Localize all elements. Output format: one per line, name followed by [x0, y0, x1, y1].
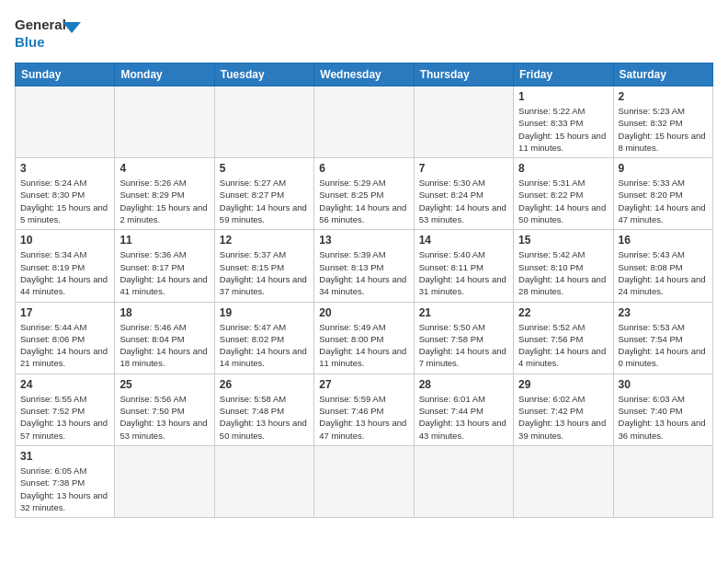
- day-info: Sunrise: 6:01 AM Sunset: 7:44 PM Dayligh…: [419, 393, 508, 442]
- calendar-cell: 3Sunrise: 5:24 AM Sunset: 8:30 PM Daylig…: [16, 158, 115, 230]
- day-number: 1: [518, 90, 608, 103]
- calendar-cell: 12Sunrise: 5:37 AM Sunset: 8:15 PM Dayli…: [214, 230, 313, 302]
- day-info: Sunrise: 5:33 AM Sunset: 8:20 PM Dayligh…: [619, 177, 708, 225]
- day-number: 6: [319, 162, 408, 175]
- day-number: 22: [518, 306, 608, 319]
- day-info: Sunrise: 5:34 AM Sunset: 8:19 PM Dayligh…: [20, 248, 109, 297]
- calendar-week-row: 24Sunrise: 5:55 AM Sunset: 7:52 PM Dayli…: [16, 373, 713, 445]
- calendar-week-row: 17Sunrise: 5:44 AM Sunset: 8:06 PM Dayli…: [16, 302, 713, 373]
- calendar-cell: [414, 445, 513, 517]
- calendar-cell: 27Sunrise: 5:59 AM Sunset: 7:46 PM Dayli…: [314, 373, 414, 445]
- day-number: 8: [518, 162, 608, 175]
- calendar-cell: [214, 445, 313, 517]
- day-number: 25: [119, 378, 209, 391]
- calendar-week-row: 3Sunrise: 5:24 AM Sunset: 8:30 PM Daylig…: [16, 158, 713, 230]
- calendar-cell: 23Sunrise: 5:53 AM Sunset: 7:54 PM Dayli…: [613, 302, 712, 373]
- calendar-cell: 2Sunrise: 5:23 AM Sunset: 8:32 PM Daylig…: [613, 86, 712, 158]
- day-info: Sunrise: 5:30 AM Sunset: 8:24 PM Dayligh…: [419, 177, 508, 225]
- calendar-cell: 6Sunrise: 5:29 AM Sunset: 8:25 PM Daylig…: [314, 158, 414, 230]
- day-number: 5: [220, 162, 309, 175]
- svg-text:General: General: [15, 17, 66, 32]
- weekday-header: Monday: [115, 63, 214, 86]
- day-info: Sunrise: 5:36 AM Sunset: 8:17 PM Dayligh…: [119, 248, 209, 297]
- calendar-cell: 25Sunrise: 5:56 AM Sunset: 7:50 PM Dayli…: [115, 373, 214, 445]
- day-info: Sunrise: 5:47 AM Sunset: 8:02 PM Dayligh…: [220, 321, 309, 370]
- day-number: 27: [319, 378, 408, 391]
- day-number: 29: [518, 378, 608, 391]
- day-info: Sunrise: 5:29 AM Sunset: 8:25 PM Dayligh…: [319, 177, 408, 225]
- day-number: 23: [619, 306, 708, 319]
- day-number: 19: [220, 306, 309, 319]
- day-number: 9: [619, 162, 708, 175]
- day-info: Sunrise: 6:05 AM Sunset: 7:38 PM Dayligh…: [20, 465, 109, 513]
- calendar-cell: 8Sunrise: 5:31 AM Sunset: 8:22 PM Daylig…: [514, 158, 613, 230]
- calendar-cell: [16, 86, 115, 158]
- day-info: Sunrise: 5:31 AM Sunset: 8:22 PM Dayligh…: [518, 177, 608, 225]
- day-number: 10: [20, 234, 109, 247]
- calendar-cell: 17Sunrise: 5:44 AM Sunset: 8:06 PM Dayli…: [16, 302, 115, 373]
- day-info: Sunrise: 5:55 AM Sunset: 7:52 PM Dayligh…: [20, 393, 109, 442]
- day-number: 13: [319, 234, 408, 247]
- calendar-cell: 4Sunrise: 5:26 AM Sunset: 8:29 PM Daylig…: [115, 158, 214, 230]
- calendar-cell: 16Sunrise: 5:43 AM Sunset: 8:08 PM Dayli…: [613, 230, 712, 302]
- calendar-cell: 30Sunrise: 6:03 AM Sunset: 7:40 PM Dayli…: [613, 373, 712, 445]
- day-info: Sunrise: 6:02 AM Sunset: 7:42 PM Dayligh…: [518, 393, 608, 442]
- day-number: 11: [119, 234, 209, 247]
- day-info: Sunrise: 5:44 AM Sunset: 8:06 PM Dayligh…: [20, 321, 109, 370]
- calendar-cell: [514, 445, 613, 517]
- day-number: 15: [518, 234, 608, 247]
- page-header: GeneralBlue: [15, 15, 713, 52]
- calendar-cell: 9Sunrise: 5:33 AM Sunset: 8:20 PM Daylig…: [613, 158, 712, 230]
- day-number: 17: [20, 306, 109, 319]
- day-info: Sunrise: 5:43 AM Sunset: 8:08 PM Dayligh…: [619, 248, 708, 297]
- calendar-cell: 10Sunrise: 5:34 AM Sunset: 8:19 PM Dayli…: [16, 230, 115, 302]
- weekday-header: Sunday: [16, 63, 115, 86]
- weekday-header: Friday: [514, 63, 613, 86]
- day-info: Sunrise: 5:42 AM Sunset: 8:10 PM Dayligh…: [518, 248, 608, 297]
- day-info: Sunrise: 5:52 AM Sunset: 7:56 PM Dayligh…: [518, 321, 608, 370]
- calendar-cell: [314, 445, 414, 517]
- weekday-header: Thursday: [414, 63, 513, 86]
- day-info: Sunrise: 5:26 AM Sunset: 8:29 PM Dayligh…: [119, 177, 209, 225]
- calendar-week-row: 10Sunrise: 5:34 AM Sunset: 8:19 PM Dayli…: [16, 230, 713, 302]
- day-number: 24: [20, 378, 109, 391]
- day-info: Sunrise: 5:37 AM Sunset: 8:15 PM Dayligh…: [220, 248, 309, 297]
- day-number: 30: [619, 378, 708, 391]
- day-info: Sunrise: 5:50 AM Sunset: 7:58 PM Dayligh…: [419, 321, 508, 370]
- day-number: 16: [619, 234, 708, 247]
- day-info: Sunrise: 5:58 AM Sunset: 7:48 PM Dayligh…: [220, 393, 309, 442]
- day-info: Sunrise: 5:53 AM Sunset: 7:54 PM Dayligh…: [619, 321, 708, 370]
- calendar-cell: [115, 445, 214, 517]
- day-info: Sunrise: 5:39 AM Sunset: 8:13 PM Dayligh…: [319, 248, 408, 297]
- day-number: 21: [419, 306, 508, 319]
- calendar-cell: 22Sunrise: 5:52 AM Sunset: 7:56 PM Dayli…: [514, 302, 613, 373]
- day-number: 7: [419, 162, 508, 175]
- day-info: Sunrise: 6:03 AM Sunset: 7:40 PM Dayligh…: [619, 393, 708, 442]
- logo: GeneralBlue: [15, 15, 88, 52]
- day-number: 18: [119, 306, 209, 319]
- day-info: Sunrise: 5:27 AM Sunset: 8:27 PM Dayligh…: [220, 177, 309, 225]
- calendar-cell: 28Sunrise: 6:01 AM Sunset: 7:44 PM Dayli…: [414, 373, 513, 445]
- day-info: Sunrise: 5:59 AM Sunset: 7:46 PM Dayligh…: [319, 393, 408, 442]
- day-info: Sunrise: 5:23 AM Sunset: 8:32 PM Dayligh…: [619, 105, 708, 154]
- day-number: 2: [619, 90, 708, 103]
- weekday-header: Wednesday: [314, 63, 414, 86]
- calendar-cell: 11Sunrise: 5:36 AM Sunset: 8:17 PM Dayli…: [115, 230, 214, 302]
- day-info: Sunrise: 5:56 AM Sunset: 7:50 PM Dayligh…: [119, 393, 209, 442]
- calendar-table: SundayMondayTuesdayWednesdayThursdayFrid…: [15, 63, 713, 518]
- calendar-cell: 1Sunrise: 5:22 AM Sunset: 8:33 PM Daylig…: [514, 86, 613, 158]
- calendar-cell: 21Sunrise: 5:50 AM Sunset: 7:58 PM Dayli…: [414, 302, 513, 373]
- calendar-cell: [214, 86, 313, 158]
- day-info: Sunrise: 5:24 AM Sunset: 8:30 PM Dayligh…: [20, 177, 109, 225]
- day-number: 12: [220, 234, 309, 247]
- day-number: 20: [319, 306, 408, 319]
- calendar-cell: 26Sunrise: 5:58 AM Sunset: 7:48 PM Dayli…: [214, 373, 313, 445]
- logo-icon: GeneralBlue: [15, 15, 88, 52]
- calendar-cell: 19Sunrise: 5:47 AM Sunset: 8:02 PM Dayli…: [214, 302, 313, 373]
- day-number: 3: [20, 162, 109, 175]
- day-number: 31: [20, 450, 109, 463]
- calendar-cell: 29Sunrise: 6:02 AM Sunset: 7:42 PM Dayli…: [514, 373, 613, 445]
- svg-text:Blue: Blue: [15, 34, 45, 50]
- calendar-cell: 14Sunrise: 5:40 AM Sunset: 8:11 PM Dayli…: [414, 230, 513, 302]
- calendar-cell: [414, 86, 513, 158]
